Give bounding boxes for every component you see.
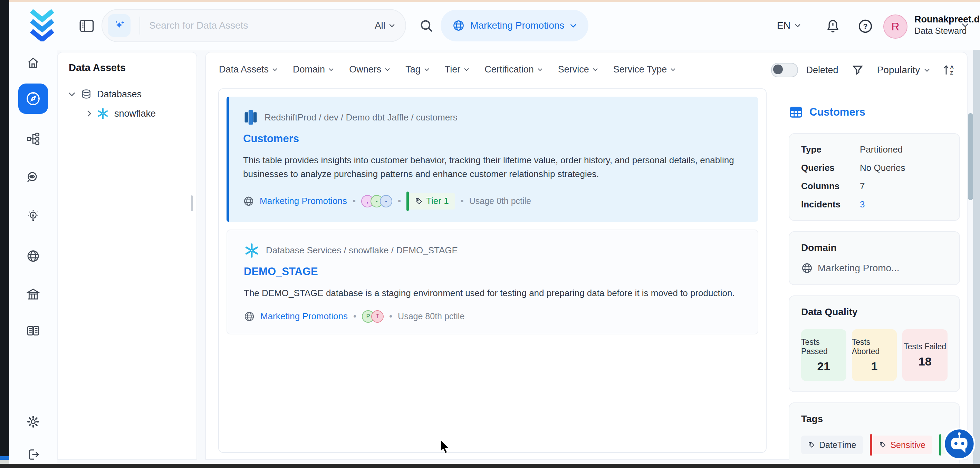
chevron-down-icon bbox=[570, 24, 577, 28]
separator-dot: • bbox=[389, 311, 392, 322]
separator-dot: • bbox=[398, 196, 401, 206]
user-menu-chevron-icon[interactable] bbox=[961, 23, 969, 28]
chevron-down-icon bbox=[670, 68, 676, 71]
summary-value: No Queries bbox=[860, 163, 905, 173]
explore-main-panel: Data Assets Domain Owners Tag Tier Certi… bbox=[205, 52, 967, 460]
ai-sparkle-icon[interactable] bbox=[108, 14, 130, 37]
owner-avatar-stack[interactable]: , - - bbox=[361, 195, 392, 208]
redshift-icon bbox=[243, 109, 258, 125]
global-search-input[interactable]: Search for Data Assets All bbox=[102, 9, 406, 42]
active-domain-label: Marketing Promotions bbox=[470, 20, 564, 31]
summary-label: Type bbox=[801, 144, 860, 155]
nav-explore-active[interactable] bbox=[18, 84, 48, 114]
breadcrumb[interactable]: RedshiftProd / dev / Demo dbt Jaffle / c… bbox=[264, 112, 458, 123]
usage-percentile: Usage 80th pctile bbox=[398, 311, 465, 321]
asset-card-demo-stage[interactable]: Database Services / snowflake / DEMO_STA… bbox=[226, 230, 758, 335]
asset-title-link[interactable]: Customers bbox=[243, 133, 299, 145]
nav-governance-icon[interactable] bbox=[26, 287, 40, 301]
filter-service[interactable]: Service bbox=[558, 64, 598, 75]
nav-glossary-icon[interactable] bbox=[26, 324, 40, 338]
search-scope-dropdown[interactable]: All bbox=[375, 20, 395, 31]
svg-text:?: ? bbox=[863, 22, 867, 31]
filter-owners[interactable]: Owners bbox=[349, 64, 390, 75]
help-icon[interactable]: ? bbox=[858, 19, 873, 34]
filter-tag[interactable]: Tag bbox=[406, 64, 430, 75]
stat-tests-failed[interactable]: Tests Failed 18 bbox=[902, 329, 948, 381]
filter-bar: Data Assets Domain Owners Tag Tier Certi… bbox=[219, 64, 676, 75]
sort-direction-icon[interactable]: AZ bbox=[943, 64, 954, 76]
card-domain-link[interactable]: Marketing Promotions bbox=[260, 196, 347, 206]
nav-settings-gear-icon[interactable] bbox=[26, 415, 40, 429]
asset-title-link[interactable]: DEMO_STAGE bbox=[244, 265, 318, 278]
globe-icon bbox=[244, 311, 255, 322]
tag-sensitive[interactable]: Sensitive bbox=[870, 434, 932, 455]
separator-dot: • bbox=[353, 196, 356, 206]
filter-data-assets[interactable]: Data Assets bbox=[219, 64, 278, 75]
nav-insights-icon[interactable] bbox=[26, 209, 40, 223]
table-icon bbox=[789, 105, 803, 119]
data-assets-tree-panel: Data Assets Databases snowflake bbox=[57, 52, 197, 460]
tag-accent-bar bbox=[870, 434, 872, 455]
stat-tests-aborted[interactable]: Tests Aborted 1 bbox=[852, 329, 897, 381]
data-quality-title: Data Quality bbox=[801, 306, 948, 317]
asset-details-panel: Customers TypePartitioned QueriesNo Quer… bbox=[789, 105, 960, 464]
tree-scrollbar-thumb[interactable] bbox=[191, 195, 192, 211]
tier-label: Tier 1 bbox=[426, 196, 449, 206]
window-bottom-strip bbox=[0, 464, 980, 468]
avatar: T bbox=[371, 310, 383, 323]
chevron-down-icon bbox=[328, 68, 334, 71]
app-logo-icon[interactable] bbox=[25, 9, 59, 41]
tag-accent-bar bbox=[939, 434, 941, 455]
nav-home-icon[interactable] bbox=[26, 56, 40, 70]
tag-datetime[interactable]: DateTime bbox=[801, 436, 863, 454]
filter-domain[interactable]: Domain bbox=[293, 64, 334, 75]
tree-node-label: snowflake bbox=[114, 108, 156, 119]
domain-value-row[interactable]: Marketing Promo... bbox=[801, 262, 948, 274]
chevron-down-icon bbox=[464, 68, 469, 71]
domain-box: Domain Marketing Promo... bbox=[789, 231, 960, 285]
asset-card-customers[interactable]: RedshiftProd / dev / Demo dbt Jaffle / c… bbox=[226, 97, 758, 222]
user-menu[interactable]: Rounakpreet.d Data Steward bbox=[915, 14, 980, 36]
avatar: - bbox=[380, 195, 392, 208]
window-scrollbar-track[interactable] bbox=[973, 50, 980, 464]
search-icon[interactable] bbox=[419, 19, 434, 33]
owner-avatar-stack[interactable]: P T bbox=[362, 310, 383, 323]
stat-tests-passed[interactable]: Tests Passed 21 bbox=[801, 329, 846, 381]
active-domain-dropdown[interactable]: Marketing Promotions bbox=[441, 10, 589, 41]
breadcrumb[interactable]: Database Services / snowflake / DEMO_STA… bbox=[266, 245, 458, 256]
database-icon bbox=[81, 89, 92, 100]
tree-panel-title: Data Assets bbox=[69, 62, 196, 73]
chevron-down-icon bbox=[68, 92, 76, 97]
filter-certification[interactable]: Certification bbox=[484, 64, 543, 75]
tier-badge[interactable]: Tier 1 bbox=[406, 192, 455, 211]
user-avatar[interactable]: R bbox=[883, 14, 907, 39]
sidebar-toggle-icon[interactable] bbox=[80, 19, 94, 32]
asset-description: This table provides insights into custom… bbox=[243, 153, 743, 181]
chevron-down-icon bbox=[795, 24, 801, 28]
nav-observability-icon[interactable] bbox=[26, 171, 40, 185]
filter-service-type[interactable]: Service Type bbox=[613, 64, 676, 75]
card-domain-link[interactable]: Marketing Promotions bbox=[260, 311, 348, 322]
chevron-down-icon bbox=[593, 68, 598, 71]
notifications-bell-icon[interactable] bbox=[826, 19, 840, 34]
details-title-link[interactable]: Customers bbox=[810, 106, 865, 118]
summary-value: 7 bbox=[860, 181, 865, 192]
filter-tier[interactable]: Tier bbox=[445, 64, 469, 75]
nav-lineage-icon[interactable] bbox=[26, 132, 40, 146]
sort-field-dropdown[interactable]: Popularity bbox=[877, 65, 930, 76]
deleted-toggle[interactable] bbox=[771, 63, 798, 77]
chat-assistant-button[interactable] bbox=[943, 428, 975, 460]
incidents-count-link[interactable]: 3 bbox=[860, 199, 865, 210]
snowflake-icon bbox=[244, 243, 260, 259]
details-scrollbar-thumb[interactable] bbox=[968, 113, 973, 200]
filter-funnel-icon[interactable] bbox=[851, 64, 864, 76]
nav-domains-icon[interactable] bbox=[26, 249, 40, 263]
tree-node-snowflake[interactable]: snowflake bbox=[87, 107, 196, 120]
language-dropdown[interactable]: EN bbox=[777, 20, 801, 31]
app-header: Search for Data Assets All Marketing Pro… bbox=[9, 2, 980, 51]
tree-node-databases[interactable]: Databases bbox=[68, 89, 196, 100]
logout-icon[interactable] bbox=[26, 447, 40, 462]
domain-value: Marketing Promo... bbox=[818, 263, 900, 274]
globe-icon bbox=[801, 262, 813, 274]
data-quality-box: Data Quality Tests Passed 21 Tests Abort… bbox=[789, 295, 960, 392]
